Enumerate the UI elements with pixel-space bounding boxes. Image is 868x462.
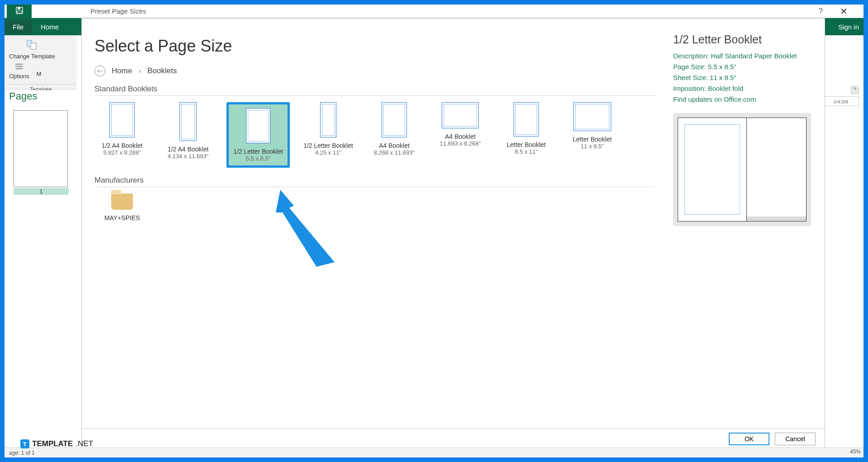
ok-button[interactable]: OK bbox=[729, 433, 769, 445]
card-dim: 5.5 x 8.5" bbox=[232, 155, 284, 162]
card-letter-booklet-landscape[interactable]: Letter Booklet 11 x 8.5" bbox=[565, 102, 620, 168]
ribbon-more: M bbox=[33, 61, 44, 78]
svg-rect-1 bbox=[18, 7, 20, 9]
section-standard-booklets: Standard Booklets bbox=[94, 85, 656, 94]
options-label: Options bbox=[9, 73, 29, 80]
manufacturer-folder[interactable]: MAY+SPIES bbox=[94, 193, 150, 222]
chevron-right-icon: › bbox=[138, 66, 141, 75]
section-manufacturers: Manufacturers bbox=[94, 176, 656, 185]
watermark: T TEMPLATE.NET bbox=[20, 439, 93, 448]
card-half-a4-booklet-portrait[interactable]: 1/2 A4 Booklet 5.827 x 8.268" bbox=[94, 102, 150, 168]
quick-access-toolbar bbox=[7, 5, 32, 18]
page-thumbnail[interactable]: 1 bbox=[14, 110, 68, 195]
card-label: 1/2 Letter Booklet bbox=[301, 142, 356, 149]
card-label: 1/2 Letter Booklet bbox=[232, 148, 284, 155]
dialog-window-title: Preset Page Sizes bbox=[90, 7, 146, 15]
page-status: age: 1 of 1 bbox=[9, 450, 35, 456]
booklet-grid: 1/2 A4 Booklet 5.827 x 8.268" 1/2 A4 Boo… bbox=[94, 102, 656, 168]
dialog-title: Select a Page Size bbox=[94, 37, 656, 56]
horizontal-ruler: |14| |15| bbox=[823, 96, 859, 106]
pages-panel: Pages 1 bbox=[5, 90, 77, 457]
card-label: A4 Booklet bbox=[367, 142, 422, 149]
help-icon[interactable]: ? bbox=[819, 7, 823, 15]
card-dim: 8.5 x 11" bbox=[499, 148, 554, 155]
dialog-button-bar: OK Cancel bbox=[82, 428, 825, 449]
breadcrumb-booklets[interactable]: Booklets bbox=[147, 66, 177, 75]
cancel-button[interactable]: Cancel bbox=[775, 433, 816, 445]
options-button[interactable]: Options bbox=[6, 61, 32, 80]
zoom-percent: 45% bbox=[850, 447, 861, 457]
watermark-icon: T bbox=[20, 439, 29, 448]
back-icon[interactable]: 🡠 bbox=[94, 66, 105, 76]
card-half-letter-booklet-selected[interactable]: 1/2 Letter Booklet 5.5 x 8.5" bbox=[226, 102, 290, 168]
page-size-dialog: Select a Page Size 🡠 Home › Booklets Sta… bbox=[81, 18, 825, 449]
card-dim: 4.25 x 11" bbox=[301, 149, 356, 156]
tab-file[interactable]: File bbox=[5, 19, 32, 34]
scroll-up-icon[interactable]: ^ bbox=[851, 86, 859, 94]
card-label: 1/2 A4 Booklet bbox=[160, 146, 216, 153]
close-icon[interactable]: ✕ bbox=[840, 6, 848, 17]
card-a4-booklet-portrait[interactable]: A4 Booklet 8.268 x 11.693" bbox=[367, 102, 422, 168]
card-letter-booklet-portrait[interactable]: Letter Booklet 8.5 x 11" bbox=[499, 102, 554, 168]
card-label: 1/2 A4 Booklet bbox=[94, 142, 150, 149]
card-a4-booklet-landscape[interactable]: A4 Booklet 11.693 x 8.268" bbox=[433, 102, 488, 168]
svg-rect-2 bbox=[17, 11, 22, 13]
window-titlebar: Preset Page Sizes ? ✕ bbox=[5, 5, 863, 18]
pages-panel-title: Pages bbox=[5, 90, 77, 107]
change-template-button[interactable]: Change Template bbox=[6, 38, 58, 61]
tab-home[interactable]: Home bbox=[32, 19, 68, 34]
find-updates-link[interactable]: Find updates on Office.com bbox=[673, 95, 756, 103]
ribbon: Change Template Options M Template bbox=[5, 35, 77, 90]
card-dim: 11.693 x 8.268" bbox=[433, 140, 488, 147]
card-label: A4 Booklet bbox=[433, 133, 488, 140]
card-half-a4-booklet-tall[interactable]: 1/2 A4 Booklet 4.134 x 11.693" bbox=[160, 102, 216, 168]
page-thumbnail-number: 1 bbox=[14, 188, 69, 195]
card-dim: 8.268 x 11.693" bbox=[367, 149, 422, 156]
manufacturer-label: MAY+SPIES bbox=[94, 214, 150, 222]
card-dim: 4.134 x 11.693" bbox=[160, 153, 216, 160]
folder-icon bbox=[111, 193, 133, 210]
breadcrumb: 🡠 Home › Booklets bbox=[94, 66, 656, 76]
card-half-letter-booklet-tall[interactable]: 1/2 Letter Booklet 4.25 x 11" bbox=[301, 102, 356, 168]
breadcrumb-home[interactable]: Home bbox=[112, 66, 132, 75]
svg-rect-4 bbox=[31, 43, 36, 49]
detail-pane: 1/2 Letter Booklet Description: Half Sta… bbox=[669, 19, 825, 428]
sign-in-link[interactable]: Sign in bbox=[838, 23, 859, 31]
save-icon[interactable] bbox=[16, 7, 23, 16]
card-label: Letter Booklet bbox=[499, 141, 554, 148]
detail-title: 1/2 Letter Booklet bbox=[673, 33, 816, 46]
card-dim: 5.827 x 8.268" bbox=[94, 149, 150, 156]
card-label: Letter Booklet bbox=[565, 136, 620, 143]
booklet-preview bbox=[673, 113, 811, 226]
status-bar: age: 1 of 1 45% bbox=[5, 448, 863, 457]
card-dim: 11 x 8.5" bbox=[565, 143, 620, 150]
change-template-label: Change Template bbox=[9, 53, 55, 60]
